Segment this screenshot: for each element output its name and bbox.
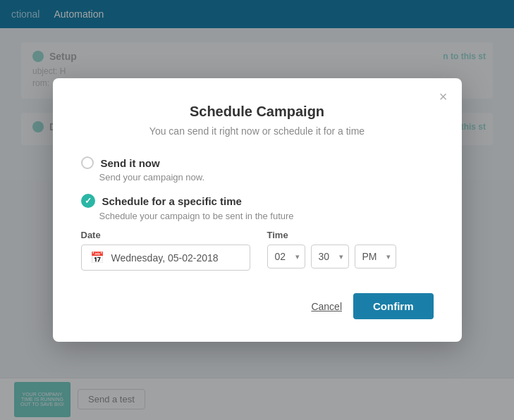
time-label: Time — [267, 230, 396, 240]
modal-subtitle: You can send it right now or schedule it… — [81, 125, 434, 137]
date-label: Date — [81, 230, 250, 240]
date-value: Wednesday, 05-02-2018 — [111, 252, 219, 264]
minute-select-wrapper: 00 15 30 45 — [311, 245, 349, 268]
datetime-section: Date 📅 Wednesday, 05-02-2018 Time 01 02 — [81, 230, 434, 271]
option-schedule-label: Schedule for a specific time — [102, 195, 242, 207]
modal-title: Schedule Campaign — [81, 104, 434, 120]
period-select-wrapper: AM PM — [355, 245, 396, 268]
schedule-modal: × Schedule Campaign You can send it righ… — [53, 78, 462, 342]
hour-select-wrapper: 01 02 03 04 05 06 07 08 09 10 11 — [267, 245, 305, 268]
close-button[interactable]: × — [439, 89, 448, 104]
option-schedule[interactable]: Schedule for a specific time Schedule yo… — [81, 194, 434, 271]
hour-select[interactable]: 01 02 03 04 05 06 07 08 09 10 11 — [267, 245, 305, 268]
time-field-group: Time 01 02 03 04 05 06 07 08 — [267, 230, 396, 271]
minute-select[interactable]: 00 15 30 45 — [311, 245, 349, 268]
option-now-desc: Send your campaign now. — [99, 172, 434, 183]
time-inputs: 01 02 03 04 05 06 07 08 09 10 11 — [267, 245, 396, 268]
option-now[interactable]: Send it now Send your campaign now. — [81, 156, 434, 183]
period-select[interactable]: AM PM — [355, 245, 396, 268]
cancel-button[interactable]: Cancel — [311, 301, 342, 312]
option-now-label: Send it now — [101, 157, 160, 169]
date-field-group: Date 📅 Wednesday, 05-02-2018 — [81, 230, 250, 271]
radio-now[interactable] — [81, 156, 94, 169]
option-schedule-desc: Schedule your campaign to be sent in the… — [99, 211, 434, 221]
calendar-icon: 📅 — [90, 251, 104, 264]
modal-backdrop: × Schedule Campaign You can send it righ… — [0, 0, 514, 420]
modal-footer: Cancel Confirm — [81, 293, 434, 319]
check-schedule[interactable] — [81, 194, 95, 208]
date-input[interactable]: 📅 Wednesday, 05-02-2018 — [81, 245, 250, 271]
confirm-button[interactable]: Confirm — [353, 293, 434, 319]
